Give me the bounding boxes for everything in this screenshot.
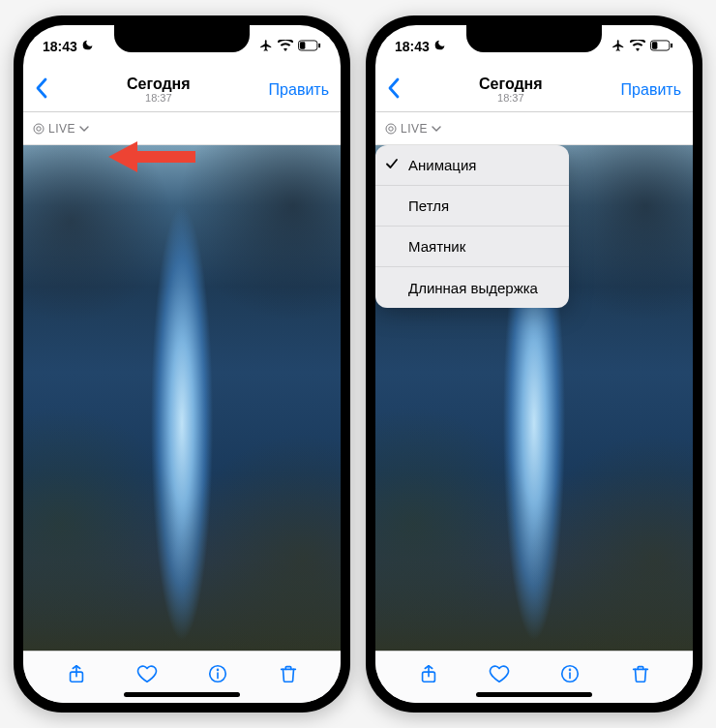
screen: 18:43 Сегодня (23, 25, 341, 703)
wifi-icon (630, 39, 645, 54)
moon-icon (433, 39, 446, 54)
share-button[interactable] (418, 663, 439, 688)
photo-viewport[interactable]: Анимация Петля Маятник Длинная выдержка (375, 145, 693, 651)
edit-button[interactable]: Править (269, 81, 329, 99)
svg-point-14 (386, 124, 396, 134)
live-badge[interactable]: LIVE (33, 122, 89, 136)
svg-rect-2 (318, 44, 320, 48)
back-button[interactable] (387, 77, 401, 103)
chevron-down-icon (432, 124, 441, 134)
dropdown-item-label: Петля (408, 197, 449, 214)
nav-title-text: Сегодня (48, 76, 269, 93)
svg-point-4 (37, 126, 41, 130)
svg-rect-1 (300, 42, 306, 48)
svg-marker-10 (108, 141, 137, 172)
svg-rect-9 (134, 151, 195, 163)
svg-point-15 (389, 126, 393, 130)
live-badge[interactable]: LIVE (385, 122, 441, 136)
photo-viewport[interactable] (23, 145, 341, 651)
live-bar: LIVE (375, 112, 693, 145)
dropdown-item-loop[interactable]: Петля (375, 186, 569, 227)
svg-point-3 (34, 124, 44, 134)
nav-bar: Сегодня 18:37 Править (23, 68, 341, 112)
moon-icon (81, 39, 94, 54)
info-button[interactable] (559, 663, 581, 688)
chevron-down-icon (79, 124, 89, 134)
svg-rect-13 (671, 44, 672, 48)
battery-icon (650, 39, 673, 54)
back-button[interactable] (35, 77, 48, 103)
delete-button[interactable] (630, 663, 651, 688)
nav-title-text: Сегодня (401, 76, 621, 93)
dropdown-item-label: Анимация (408, 157, 476, 173)
battery-icon (298, 39, 321, 54)
home-indicator[interactable] (476, 692, 592, 697)
callout-arrow (108, 139, 195, 178)
notch (466, 25, 602, 52)
live-icon (33, 123, 45, 135)
svg-point-8 (217, 669, 218, 670)
dropdown-item-animation[interactable]: Анимация (375, 145, 569, 186)
favorite-button[interactable] (489, 663, 510, 688)
status-time: 18:43 (43, 39, 77, 54)
nav-title: Сегодня 18:37 (401, 76, 621, 105)
waterfall-photo (23, 145, 341, 651)
airplane-icon (612, 39, 625, 55)
nav-title: Сегодня 18:37 (48, 76, 269, 105)
svg-point-19 (569, 669, 570, 670)
dropdown-item-label: Длинная выдержка (408, 280, 538, 296)
live-effects-dropdown: Анимация Петля Маятник Длинная выдержка (375, 145, 569, 308)
live-label: LIVE (48, 122, 75, 136)
dropdown-item-bounce[interactable]: Маятник (375, 227, 569, 267)
airplane-icon (259, 39, 273, 55)
screen: 18:43 Сегодня (375, 25, 693, 703)
share-button[interactable] (66, 663, 87, 688)
edit-button[interactable]: Править (621, 81, 681, 99)
favorite-button[interactable] (136, 663, 158, 688)
nav-subtitle: 18:37 (48, 92, 269, 104)
dropdown-item-long-exposure[interactable]: Длинная выдержка (375, 267, 569, 308)
check-icon (385, 157, 399, 173)
dropdown-item-label: Маятник (408, 238, 465, 255)
home-indicator[interactable] (124, 692, 240, 697)
phone-mockup-right: 18:43 Сегодня (366, 15, 702, 713)
live-icon (385, 123, 397, 135)
nav-subtitle: 18:37 (401, 92, 621, 104)
nav-bar: Сегодня 18:37 Править (375, 68, 693, 112)
status-time: 18:43 (395, 39, 430, 54)
wifi-icon (278, 39, 293, 54)
delete-button[interactable] (278, 663, 299, 688)
phone-mockup-left: 18:43 Сегодня (14, 15, 350, 713)
live-label: LIVE (401, 122, 428, 136)
info-button[interactable] (207, 663, 228, 688)
notch (114, 25, 250, 52)
svg-rect-12 (652, 42, 658, 48)
